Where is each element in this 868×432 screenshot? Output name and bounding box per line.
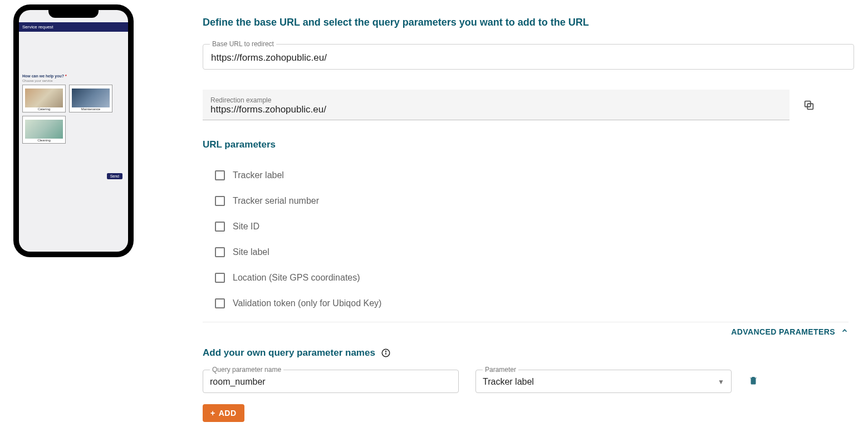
redirection-example-label: Redirection example <box>210 96 782 104</box>
url-parameters-title: URL parameters <box>203 139 854 150</box>
phone-hint: Choose your service <box>22 79 125 82</box>
checkbox-icon[interactable] <box>215 298 225 308</box>
checkbox-icon[interactable] <box>215 247 225 257</box>
chk-site-id[interactable]: Site ID <box>215 214 854 239</box>
phone-send-button: Send <box>107 173 122 179</box>
add-button[interactable]: + ADD <box>203 404 244 422</box>
redirection-example-value: https://forms.zohopublic.eu/ <box>210 104 782 115</box>
page-heading: Define the base URL and select the query… <box>203 17 854 28</box>
own-query-params-title: Add your own query parameter names <box>203 347 375 359</box>
custom-param-row: Query parameter name room_number Paramet… <box>203 370 854 393</box>
checkbox-icon[interactable] <box>215 170 225 180</box>
tile-cleaning: Cleaning <box>22 116 66 144</box>
redirection-example-row: Redirection example https://forms.zohopu… <box>203 90 815 120</box>
chevron-down-icon: ▼ <box>718 378 724 386</box>
phone-question: How can we help you? <box>22 74 125 78</box>
checkbox-label: Validation token (only for Ubiqod Key) <box>233 298 381 308</box>
tile-image <box>25 89 63 107</box>
tile-image <box>72 89 110 107</box>
phone-title-bar: Service request <box>19 22 128 32</box>
delete-icon[interactable] <box>748 375 758 387</box>
phone-mockup: Service request How can we help you? Cho… <box>13 4 134 257</box>
phone-notch <box>48 10 99 18</box>
parameter-select[interactable]: Parameter Tracker label ▼ <box>475 370 732 393</box>
tile-maintenance: Maintenance <box>69 85 112 112</box>
query-param-name-label: Query parameter name <box>210 366 283 374</box>
chk-location[interactable]: Location (Site GPS coordinates) <box>215 265 854 291</box>
tile-catering: Catering <box>22 85 66 112</box>
chk-tracker-label[interactable]: Tracker label <box>215 163 854 188</box>
checkbox-icon[interactable] <box>215 196 225 206</box>
tile-caption: Catering <box>38 107 51 111</box>
base-url-value: https://forms.zohopublic.eu/ <box>211 52 327 63</box>
parameter-select-value: Tracker label <box>483 377 534 387</box>
chevron-up-icon <box>841 327 849 336</box>
tile-image <box>25 120 63 139</box>
url-parameters-section: URL parameters Tracker label Tracker ser… <box>203 139 854 316</box>
base-url-label: Base URL to redirect <box>210 40 276 48</box>
checkbox-icon[interactable] <box>215 222 225 232</box>
phone-body: How can we help you? Choose your service… <box>19 32 128 147</box>
checkbox-label: Site label <box>233 247 269 257</box>
add-button-label: ADD <box>219 409 237 418</box>
chk-validation-token[interactable]: Validation token (only for Ubiqod Key) <box>215 291 854 316</box>
query-param-name-input[interactable]: Query parameter name room_number <box>203 370 459 393</box>
parameter-select-label: Parameter <box>483 366 518 374</box>
tile-caption: Maintenance <box>81 107 100 111</box>
checkbox-list: Tracker label Tracker serial number Site… <box>215 163 854 316</box>
chk-tracker-serial[interactable]: Tracker serial number <box>215 188 854 214</box>
checkbox-label: Tracker label <box>233 170 284 180</box>
query-param-name-value: room_number <box>210 377 266 386</box>
base-url-field[interactable]: Base URL to redirect https://forms.zohop… <box>203 44 854 70</box>
plus-icon: + <box>210 409 215 418</box>
phone-tiles: Catering Maintenance Cleaning <box>22 85 125 144</box>
info-icon[interactable] <box>381 348 391 358</box>
copy-icon[interactable] <box>803 99 815 111</box>
advanced-parameters-toggle[interactable]: ADVANCED PARAMETERS <box>203 322 849 336</box>
tile-caption: Cleaning <box>37 139 51 142</box>
checkbox-label: Tracker serial number <box>233 196 319 206</box>
svg-point-4 <box>385 351 386 351</box>
phone-screen: Service request How can we help you? Cho… <box>19 10 128 252</box>
chk-site-label[interactable]: Site label <box>215 239 854 265</box>
checkbox-label: Site ID <box>233 222 259 232</box>
advanced-parameters-label: ADVANCED PARAMETERS <box>731 327 835 336</box>
own-query-params-section: Add your own query parameter names Query… <box>203 347 854 422</box>
main-panel: Define the base URL and select the query… <box>203 17 854 422</box>
redirection-example-box: Redirection example https://forms.zohopu… <box>203 90 789 120</box>
checkbox-icon[interactable] <box>215 273 225 283</box>
checkbox-label: Location (Site GPS coordinates) <box>233 273 360 283</box>
